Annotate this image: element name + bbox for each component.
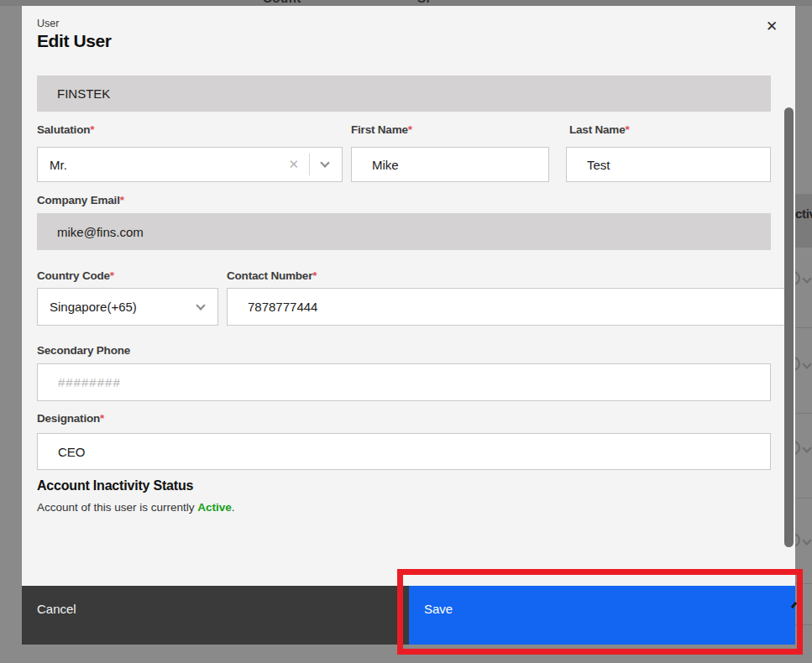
label-text: Contact Number (227, 269, 312, 282)
label-text: Designation (37, 412, 100, 425)
required-asterisk: * (90, 123, 94, 136)
required-asterisk: * (100, 412, 104, 425)
chevron-down-icon (802, 274, 811, 283)
select-divider (309, 154, 310, 175)
chevron-down-icon[interactable] (320, 158, 329, 167)
first-name-label: First Name* (351, 123, 412, 136)
chevron-down-icon (802, 359, 811, 368)
save-button[interactable]: Save (409, 586, 795, 645)
required-asterisk: * (312, 269, 317, 282)
cancel-button[interactable]: Cancel (22, 586, 408, 645)
label-text: Country Code (37, 269, 110, 282)
account-status-line: Account of this user is currently Active… (37, 501, 235, 514)
label-text: Last Name (569, 123, 625, 136)
status-text: Account of this user is currently (37, 501, 197, 514)
background-table-header-fragment: ctiv (795, 194, 812, 248)
salutation-select[interactable]: Mr. ✕ (37, 147, 343, 182)
secondary-phone-input[interactable] (37, 363, 771, 401)
label-text: Company Email (37, 194, 120, 206)
designation-input[interactable] (37, 433, 771, 470)
designation-label: Designation* (37, 412, 104, 425)
background-header-text: ctiv (795, 206, 812, 221)
country-code-value: Singapore(+65) (38, 300, 186, 314)
contact-number-label: Contact Number* (227, 269, 317, 282)
first-name-input[interactable] (351, 147, 549, 182)
background-top-strip: Count Si (0, 0, 812, 6)
background-row-divider (795, 327, 812, 328)
status-text-period: . (232, 501, 235, 514)
chevron-down-icon[interactable] (196, 300, 205, 310)
background-row-divider (795, 413, 812, 414)
label-text: Secondary Phone (37, 344, 130, 357)
scrollbar-thumb[interactable] (784, 107, 794, 547)
modal-eyebrow: User (37, 18, 59, 29)
save-label: Save (424, 602, 453, 616)
salutation-label: Salutation* (37, 123, 94, 136)
background-row-divider (795, 583, 812, 584)
country-code-label: Country Code* (37, 269, 114, 282)
background-text-fragment: Si (417, 0, 430, 5)
salutation-value: Mr. (38, 158, 288, 172)
background-text-fragment: Count (263, 0, 301, 5)
close-icon[interactable]: ✕ (761, 16, 783, 38)
label-text: First Name (351, 123, 408, 136)
account-inactivity-heading: Account Inactivity Status (37, 478, 193, 493)
label-text: Salutation (37, 123, 90, 136)
last-name-label: Last Name* (569, 123, 630, 136)
status-badge: Active (197, 501, 232, 514)
contact-number-input[interactable] (227, 288, 793, 326)
required-asterisk: * (408, 123, 412, 136)
country-code-select[interactable]: Singapore(+65) (37, 288, 218, 326)
cancel-label: Cancel (37, 602, 76, 616)
background-row-divider (795, 498, 812, 499)
secondary-phone-label: Secondary Phone (37, 344, 130, 357)
company-field (37, 76, 771, 112)
company-email-label: Company Email* (37, 194, 124, 206)
company-email-field (37, 213, 771, 250)
last-name-input[interactable] (566, 147, 771, 182)
clear-icon[interactable]: ✕ (288, 157, 309, 172)
background-row-divider (795, 624, 812, 625)
edit-user-modal: User Edit User ✕ Salutation* First Name*… (22, 6, 795, 645)
required-asterisk: * (110, 269, 114, 282)
chevron-down-icon (802, 535, 811, 545)
page-title: Edit User (37, 31, 112, 51)
chevron-down-icon (802, 443, 811, 452)
required-asterisk: * (625, 123, 629, 136)
required-asterisk: * (120, 194, 124, 206)
